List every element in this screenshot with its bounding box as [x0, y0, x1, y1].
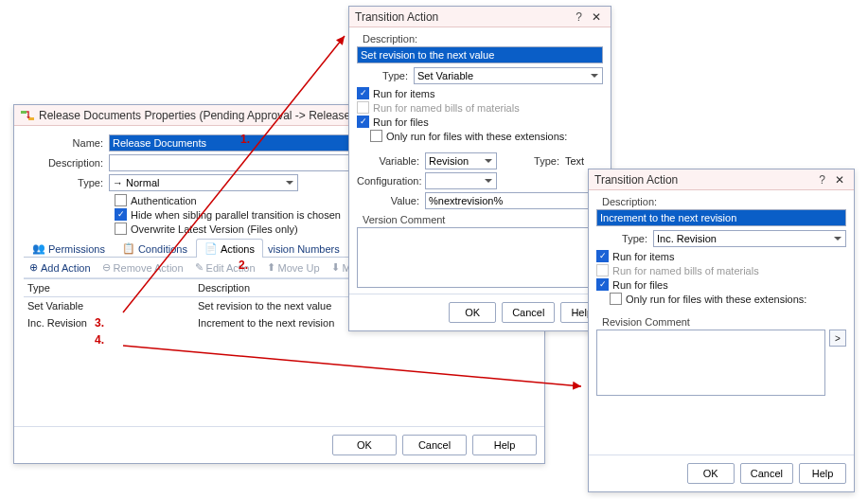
minus-icon: ⊖	[102, 261, 111, 274]
run-for-boms-checkbox: Run for named bills of materials	[596, 264, 846, 276]
vartype-value: Text	[565, 155, 603, 167]
dlg-right-desc-input[interactable]	[596, 209, 846, 226]
help-icon[interactable]: ?	[813, 173, 831, 187]
dlg-top-type-label: Type:	[357, 70, 414, 81]
annotation-4: 4.	[95, 333, 104, 347]
configuration-combo[interactable]	[425, 172, 497, 189]
name-label: Name:	[24, 137, 109, 149]
checkbox-icon	[596, 250, 609, 262]
checkbox-icon	[357, 87, 369, 99]
checkbox-icon	[115, 194, 127, 206]
annotation-1: 1.	[240, 133, 250, 146]
conditions-icon: 📋	[122, 242, 135, 255]
dlg-top-type-combo[interactable]	[414, 67, 603, 84]
checkbox-icon	[596, 278, 609, 291]
dlg-top-desc-input[interactable]	[357, 46, 603, 63]
tab-actions[interactable]: 📄Actions	[196, 239, 263, 258]
tab-revision-numbers[interactable]: vision Numbers	[263, 239, 348, 258]
plus-icon: ⊕	[29, 261, 38, 274]
dlg-right-titlebar: Transition Action ? ✕	[589, 169, 854, 190]
help-button[interactable]: Help	[799, 463, 846, 484]
checkbox-icon	[115, 223, 127, 235]
cancel-button[interactable]: Cancel	[402, 435, 467, 455]
move-up-button[interactable]: ⬆Move Up	[267, 261, 320, 274]
version-comment-label: Version Comment	[357, 212, 603, 227]
close-icon[interactable]: ✕	[831, 173, 848, 187]
run-for-boms-checkbox: Run for named bills of materials	[357, 101, 603, 114]
tab-permissions[interactable]: 👥Permissions	[24, 239, 114, 258]
svg-rect-1	[28, 117, 34, 120]
cancel-button[interactable]: Cancel	[740, 463, 793, 484]
help-icon[interactable]: ?	[570, 10, 588, 24]
value-input[interactable]	[425, 192, 603, 209]
dlg-right-desc-label: Description:	[596, 194, 846, 209]
dlg-right-type-combo[interactable]	[653, 230, 846, 247]
dlg-top-titlebar: Transition Action ? ✕	[349, 7, 611, 27]
ok-button[interactable]: OK	[687, 463, 735, 484]
remove-action-button[interactable]: ⊖Remove Action	[102, 261, 184, 274]
actions-icon: 📄	[204, 242, 218, 255]
dlg-right-type-label: Type:	[596, 233, 653, 244]
run-for-files-checkbox[interactable]: Run for files	[357, 116, 603, 128]
value-label: Value:	[357, 195, 425, 206]
checkbox-icon	[596, 264, 609, 276]
ok-button[interactable]: OK	[449, 302, 496, 323]
description-label: Description:	[24, 157, 109, 169]
checkbox-icon	[115, 208, 127, 221]
transition-action-dialog-increv: Transition Action ? ✕ Description: Type:…	[588, 169, 855, 492]
run-for-items-checkbox[interactable]: Run for items	[357, 87, 603, 99]
edit-icon: ✎	[195, 261, 204, 274]
dlg-top-button-bar: OK Cancel Help	[349, 294, 611, 330]
main-button-bar: OK Cancel Help	[14, 426, 544, 463]
dlg-right-button-bar: OK Cancel Help	[589, 454, 854, 491]
permissions-icon: 👥	[32, 242, 45, 255]
revision-comment-label: Revision Comment	[596, 314, 846, 330]
dlg-right-title: Transition Action	[594, 173, 678, 187]
close-icon[interactable]: ✕	[588, 10, 605, 24]
dlg-top-desc-label: Description:	[357, 31, 603, 46]
annotation-2: 2.	[239, 258, 248, 272]
type-combo[interactable]	[109, 174, 298, 191]
type-label: Type:	[24, 177, 109, 188]
tab-conditions[interactable]: 📋Conditions	[114, 239, 196, 258]
revision-comment-textarea[interactable]	[596, 330, 825, 396]
arrow-down-icon: ⬇	[331, 261, 340, 274]
version-comment-textarea[interactable]	[357, 227, 603, 288]
only-extensions-checkbox[interactable]: Only run for files with these extensions…	[610, 293, 846, 305]
vartype-label: Type:	[520, 155, 565, 167]
transition-action-dialog-setvar: Transition Action ? ✕ Description: Type:…	[348, 6, 611, 331]
configuration-label: Configuration:	[357, 175, 425, 187]
cancel-button[interactable]: Cancel	[502, 302, 555, 323]
checkbox-icon	[610, 293, 622, 305]
expand-button[interactable]: >	[829, 330, 846, 347]
arrow-up-icon: ⬆	[267, 261, 275, 274]
checkbox-icon	[357, 101, 369, 114]
run-for-items-checkbox[interactable]: Run for items	[596, 250, 846, 262]
annotation-3: 3.	[95, 316, 104, 330]
checkbox-icon	[357, 116, 369, 128]
col-type-header[interactable]: Type	[24, 279, 194, 296]
dlg-top-title: Transition Action	[355, 10, 438, 24]
checkbox-icon	[370, 130, 382, 142]
only-extensions-checkbox[interactable]: Only run for files with these extensions…	[370, 130, 603, 142]
run-for-files-checkbox[interactable]: Run for files	[596, 278, 846, 291]
variable-combo[interactable]	[425, 152, 497, 169]
variable-label: Variable:	[357, 155, 425, 167]
transition-icon	[20, 108, 35, 123]
ok-button[interactable]: OK	[332, 435, 397, 455]
svg-rect-0	[21, 111, 27, 114]
help-button[interactable]: Help	[472, 435, 537, 455]
add-action-button[interactable]: ⊕Add Action	[29, 261, 91, 274]
